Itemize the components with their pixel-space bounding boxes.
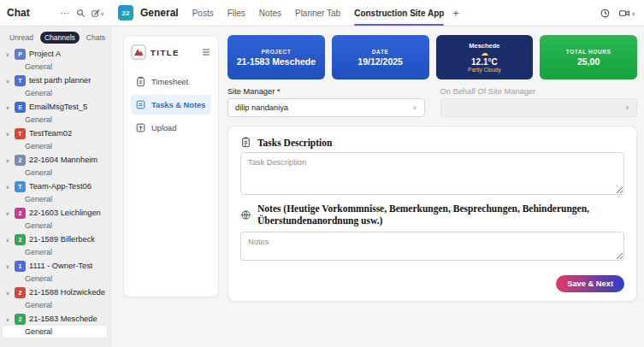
team-row[interactable]: ∨ T Team-App-Test06 (3, 179, 107, 193)
app-nav-card: TITLE Timesheet Tasks & Notes Upload (123, 35, 219, 297)
filter-pill[interactable]: Unread (5, 32, 38, 44)
stat-card-total-hours: TOTAL HOURS 25,00 (540, 35, 637, 79)
team-avatar: 1 (15, 261, 26, 272)
team-row[interactable]: ∨ 2 22-1604 Mannheim (3, 153, 107, 167)
team-row[interactable]: ∨ P Project A (3, 47, 107, 61)
site-manager-label: Site Manager * (227, 87, 425, 96)
site-manager-value: dilip nandaniya (235, 103, 288, 112)
nav-item-label: Upload (151, 124, 176, 132)
team-avatar[interactable]: 22 (118, 5, 133, 21)
channel-general-row[interactable]: General (3, 140, 107, 152)
team-row[interactable]: ∨ T test parth planner (3, 74, 107, 87)
channel-general-row[interactable]: General (3, 114, 107, 126)
chevron-down-icon[interactable]: ∨ (4, 237, 11, 243)
chevron-down-icon[interactable]: ∨ (4, 263, 11, 269)
nav-item-label: Tasks & Notes (151, 101, 205, 109)
channel-general-row[interactable]: General (3, 61, 107, 73)
chevron-down-icon[interactable]: ∨ (4, 131, 11, 137)
filter-pill[interactable]: Chats (82, 32, 109, 44)
chevron-down-icon[interactable]: ∨ (4, 78, 11, 84)
tasks-notes-icon (135, 99, 146, 110)
team-avatar: T (15, 128, 26, 139)
camera-icon[interactable]: ∨ (618, 8, 635, 19)
save-next-button[interactable]: Save & Next (556, 275, 624, 292)
chevron-down-icon[interactable]: ∨ (4, 157, 11, 163)
chevron-down-icon[interactable]: ∨ (4, 210, 11, 216)
channel-tab[interactable]: Notes (259, 0, 281, 26)
team-name: 21-1583 Meschede (29, 315, 97, 323)
compose-icon[interactable]: ∨ (91, 9, 104, 18)
globe-icon (240, 209, 251, 221)
chevron-down-icon: ∨ (632, 10, 635, 16)
team-avatar: T (15, 181, 26, 192)
chevron-down-icon[interactable]: ∨ (4, 184, 11, 190)
channel-general-row[interactable]: General (3, 273, 107, 285)
cloud-icon: ☁ (481, 50, 488, 57)
channel-tabs: Posts Files Notes Planner Tab Constructi… (192, 0, 445, 26)
channel-general-row[interactable]: General (3, 87, 107, 99)
team-row[interactable]: ∨ 1 1111 - Owner-Test (3, 259, 107, 273)
channel-general-row[interactable]: General (3, 299, 107, 311)
team-avatar: 2 (15, 234, 26, 245)
stat-card-weather: Meschede ☁ 12.1°C Partly Cloudy (436, 35, 534, 79)
nav-item-tasks-notes[interactable]: Tasks & Notes (131, 95, 211, 115)
team-avatar: 2 (15, 155, 26, 166)
team-row[interactable]: ∨ T TestTeam02 (3, 126, 107, 140)
tasks-description-heading-row: Tasks Description (240, 137, 624, 148)
stat-cards: PROJECT 21-1583 Meschede DATE 19/12/2025… (227, 35, 637, 79)
team-row[interactable]: ∨ 2 21-1588 Holzwickede (3, 285, 107, 299)
team-name: Project A (29, 50, 61, 58)
nav-item-label: Timesheet (151, 78, 188, 86)
clipboard-icon (240, 137, 251, 148)
team-row[interactable]: ∨ E EmailMsgTest_5 (3, 100, 107, 114)
team-row[interactable]: ∨ 2 21-1589 Billerbeck (3, 232, 107, 246)
chat-sidebar: Unread Channels Chats ∨ P Project A Gene… (0, 26, 111, 347)
notes-heading-row: Notes (Heutige Vorkommnisse, Bemerkungen… (240, 203, 624, 227)
team-name: test parth planner (29, 76, 91, 85)
app-logo (131, 44, 146, 60)
notes-textarea[interactable] (240, 232, 624, 261)
more-options-icon[interactable]: ⋯ (61, 8, 71, 19)
channel-general-row[interactable]: General (3, 193, 107, 205)
chevron-down-icon[interactable]: ∨ (4, 316, 11, 322)
filter-pill[interactable]: Channels (40, 32, 80, 44)
team-avatar: 2 (15, 208, 26, 219)
channel-general-row[interactable]: General (3, 167, 107, 179)
channel-tab[interactable]: Posts (192, 0, 214, 26)
channel-general-row[interactable]: General (3, 220, 107, 232)
site-manager-select[interactable]: dilip nandaniya ∨ (227, 98, 425, 117)
stat-label: PROJECT (261, 49, 291, 55)
team-row[interactable]: ∨ 2 22-1603 Leichlingen (3, 206, 107, 220)
stat-label: DATE (372, 49, 389, 55)
on-behalf-label: On Behalf Of Site Manager (440, 87, 638, 96)
stat-value: 25,00 (577, 56, 600, 67)
search-icon[interactable] (76, 9, 86, 18)
weather-condition: Partly Cloudy (468, 67, 501, 73)
channel-tab[interactable]: Construction Site App (354, 0, 444, 26)
stat-value: 19/12/2025 (357, 56, 403, 67)
nav-item-upload[interactable]: Upload (131, 118, 211, 138)
chevron-down-icon[interactable]: ∨ (4, 104, 11, 110)
app-title: TITLE (151, 48, 180, 57)
team-avatar: E (15, 102, 26, 113)
history-icon[interactable] (600, 8, 611, 19)
channel-general-row[interactable]: General (3, 246, 107, 258)
upload-icon (135, 122, 146, 133)
task-description-textarea[interactable] (240, 152, 624, 195)
weather-temp: 12.1°C (471, 57, 498, 67)
team-avatar: T (15, 75, 26, 86)
channel-general-row[interactable]: General (3, 326, 107, 338)
channel-tab[interactable]: Files (227, 0, 245, 26)
channel-header: 22 General Posts Files Notes Planner Tab… (111, 0, 644, 26)
collapse-menu-icon[interactable] (201, 47, 211, 57)
chevron-down-icon: ∨ (412, 104, 417, 111)
add-tab-button[interactable]: + (452, 7, 459, 20)
chevron-down-icon[interactable]: ∨ (4, 51, 11, 57)
channel-tab[interactable]: Planner Tab (295, 0, 340, 26)
chevron-down-icon[interactable]: ∨ (4, 290, 11, 296)
chat-panel-title: Chat (7, 7, 30, 19)
nav-item-timesheet[interactable]: Timesheet (131, 72, 211, 91)
team-row[interactable]: ∨ 2 21-1583 Meschede (3, 312, 107, 326)
on-behalf-select[interactable]: ∨ (440, 98, 638, 117)
notes-heading: Notes (Heutige Vorkommnisse, Bemerkungen… (257, 203, 624, 227)
